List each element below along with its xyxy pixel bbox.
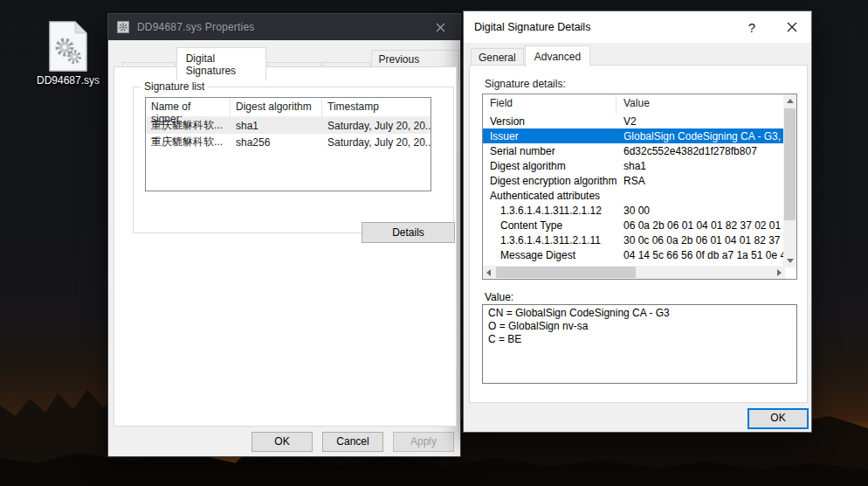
column-header-value[interactable]: Value [617,94,796,114]
cell-field: Digest algorithm [483,160,617,172]
table-row[interactable]: Content Type 06 0a 2b 06 01 04 01 82 37 … [483,218,783,233]
column-header-algorithm[interactable]: Digest algorithm [231,98,322,117]
properties-titlebar[interactable]: DD94687.sys Properties [108,14,460,40]
signature-list-groupbox: Signature list Name of signer: Digest al… [133,87,454,233]
details-button[interactable]: Details [362,222,455,243]
cell-algorithm: sha256 [231,136,322,149]
ok-button[interactable]: OK [747,408,809,429]
scroll-right-icon[interactable] [777,269,782,276]
table-row[interactable]: 1.3.6.1.4.1.311.2.1.11 30 0c 06 0a 2b 06… [483,233,783,247]
cell-value: 04 14 5c 66 56 0f db a7 1a 51 0e 47 d: [617,249,783,261]
column-header-signer[interactable]: Name of signer: [146,98,231,117]
cell-field: Version [483,115,617,128]
desktop-file-item[interactable]: DD94687.sys [24,21,112,87]
table-row[interactable]: Message Digest 04 14 5c 66 56 0f db a7 1… [483,247,783,262]
signature-list-group-title: Signature list [141,80,208,93]
value-label: Value: [485,291,513,303]
horizontal-scrollbar[interactable] [483,266,785,279]
cell-field: Issuer [483,130,617,142]
cell-value: 06 0a 2b 06 01 04 01 82 37 02 01 04 [617,219,783,232]
cell-field: Content Type [483,219,617,232]
cell-value: RSA [617,175,783,187]
table-row[interactable]: 重庆貔貅科软... sha1 Saturday, July 20, 20... [146,117,431,134]
table-row[interactable]: 重庆貔貅科软... sha256 Saturday, July 20, 20..… [146,134,431,150]
table-row[interactable]: Serial number 6d32c552e4382d1f278fb807 [483,143,783,158]
table-row[interactable]: Digest encryption algorithm RSA [483,173,783,188]
desktop: { "desktop": { "icon_label": "DD94687.sy… [0,0,868,486]
signature-list-header: Name of signer: Digest algorithm Timesta… [146,98,431,117]
ok-button[interactable]: OK [251,432,313,452]
vertical-scrollbar[interactable] [783,94,796,267]
cell-signer: 重庆貔貅科软... [146,118,231,133]
table-row[interactable]: 1.3.6.1.4.1.311.2.1.12 30 00 [483,203,783,218]
signature-details-label: Signature details: [485,78,566,90]
signature-details-title: Digital Signature Details [474,21,590,33]
details-tabstrip: General Advanced [471,47,591,66]
cell-field: Message Digest [483,249,617,261]
tab-advanced[interactable]: Advanced [525,45,590,66]
cell-field: Digest encryption algorithm [483,175,617,187]
signature-list-table[interactable]: Name of signer: Digest algorithm Timesta… [145,97,431,191]
tab-digital-signatures[interactable]: Digital Signatures [176,47,267,80]
cell-value: 30 0c 06 0a 2b 06 01 04 01 82 37 02 0 [617,234,783,246]
properties-close-icon[interactable] [421,14,460,40]
table-row[interactable]: Version V2 [483,114,783,128]
digital-signatures-tabpage: Signature list Name of signer: Digest al… [114,66,457,427]
horizontal-scroll-thumb[interactable] [496,267,636,278]
cell-value: 30 00 [617,205,783,217]
cell-algorithm: sha1 [231,120,322,132]
scroll-left-icon[interactable] [486,269,491,276]
cell-value: 6d32c552e4382d1f278fb807 [617,145,783,157]
apply-button[interactable]: Apply [393,432,454,452]
properties-dialog-icon [116,20,130,34]
value-text: CN = GlobalSign CodeSigning CA - G3 O = … [488,307,791,346]
cell-value: GlobalSign CodeSigning CA - G3, Globa [617,130,783,142]
cell-field: Authenticated attributes [483,190,710,202]
column-header-field[interactable]: Field [483,94,617,114]
signature-details-dialog: Digital Signature Details ? General Adva… [463,10,812,433]
column-header-timestamp[interactable]: Timestamp [322,98,431,117]
desktop-file-label: DD94687.sys [24,74,112,87]
tab-general[interactable]: General [471,48,524,66]
table-row[interactable]: Digest algorithm sha1 [483,158,783,173]
vertical-scroll-thumb[interactable] [784,108,796,220]
table-row[interactable]: Authenticated attributes [483,188,783,203]
advanced-tabpage: Signature details: Field Value Version V… [469,65,808,403]
close-icon[interactable] [775,11,809,43]
cancel-button[interactable]: Cancel [322,432,383,452]
cell-signer: 重庆貔貅科软... [146,135,231,149]
cell-value: V2 [617,115,783,128]
sys-file-gears-icon [47,21,89,72]
properties-dialog-title: DD94687.sys Properties [137,21,254,33]
cell-value: sha1 [617,160,783,172]
cell-field: 1.3.6.1.4.1.311.2.1.12 [483,205,617,217]
help-icon[interactable]: ? [734,11,769,43]
field-value-listview[interactable]: Field Value Version V2 Issuer GlobalSign… [482,94,797,280]
table-row-selected[interactable]: Issuer GlobalSign CodeSigning CA - G3, G… [483,128,783,143]
cell-field: Serial number [483,145,617,157]
listview-header: Field Value [483,94,796,114]
cell-field: 1.3.6.1.4.1.311.2.1.11 [483,234,617,246]
cell-timestamp: Saturday, July 20, 20... [322,136,431,149]
cell-timestamp: Saturday, July 20, 20... [322,120,431,132]
properties-dialog: DD94687.sys Properties General Digital S… [107,13,461,457]
scroll-down-icon[interactable] [787,259,794,263]
value-textbox[interactable]: CN = GlobalSign CodeSigning CA - G3 O = … [482,304,797,384]
scroll-up-icon[interactable] [787,99,794,103]
